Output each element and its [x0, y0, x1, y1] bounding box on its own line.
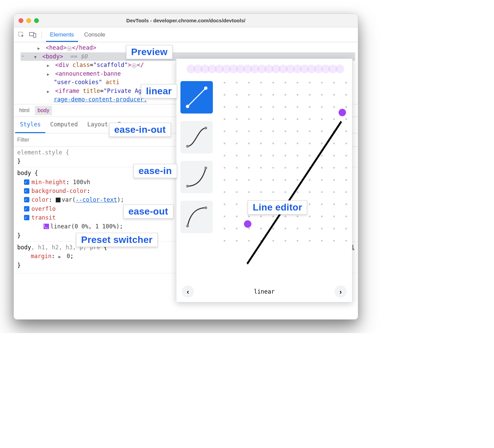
svg-rect-2	[33, 33, 36, 38]
checkbox-icon[interactable]	[24, 179, 29, 185]
checkbox-icon[interactable]	[24, 215, 29, 220]
easing-preset-list	[180, 78, 214, 281]
crumb-body[interactable]: body	[35, 106, 52, 115]
checkbox-icon[interactable]	[24, 206, 29, 211]
preview-animation	[187, 64, 342, 74]
svg-point-9	[204, 167, 207, 169]
svg-point-7	[204, 127, 207, 129]
chevron-right-icon: ›	[340, 288, 342, 296]
svg-point-6	[186, 145, 189, 148]
easing-editor-popover: ‹ linear ›	[176, 58, 352, 302]
collapse-icon[interactable]: ▼	[34, 54, 39, 60]
dom-node-head[interactable]: ▶ <head>⋯</head>	[21, 44, 355, 52]
callout-line-editor: Line editor	[248, 200, 307, 215]
preset-switcher: ‹ linear ›	[176, 284, 352, 302]
chevron-left-icon: ‹	[187, 288, 189, 296]
subtab-styles[interactable]: Styles	[15, 117, 45, 133]
tab-console[interactable]: Console	[80, 30, 109, 40]
ellipsis-icon[interactable]: ⋯	[131, 63, 137, 68]
checkbox-icon[interactable]	[24, 188, 29, 194]
devtools-toolbar: Elements Console	[14, 27, 358, 42]
preset-ease-in[interactable]	[180, 161, 213, 193]
current-preset-label: linear	[254, 288, 274, 295]
preset-ease-out[interactable]	[180, 201, 213, 233]
curve-handle-start[interactable]	[244, 220, 251, 228]
expand-icon[interactable]: ▶	[38, 45, 42, 51]
selected-indicator: == $0	[70, 53, 87, 60]
checkbox-icon[interactable]	[24, 197, 29, 202]
window-title: DevTools - developer.chrome.com/docs/dev…	[14, 18, 358, 23]
svg-point-8	[186, 185, 189, 188]
easing-curve-canvas[interactable]	[220, 78, 348, 281]
devtools-window: DevTools - developer.chrome.com/docs/dev…	[14, 14, 358, 320]
callout-ease-in-out: ease-in-out	[109, 123, 171, 137]
callout-preview: Preview	[126, 45, 173, 59]
svg-point-4	[186, 105, 189, 108]
easing-preview	[182, 61, 347, 76]
crumb-html[interactable]: html	[17, 106, 32, 115]
next-preset-button[interactable]: ›	[335, 285, 347, 298]
subtab-layout[interactable]: Layout	[82, 117, 113, 133]
callout-ease-in: ease-in	[133, 164, 177, 178]
tab-elements[interactable]: Elements	[46, 30, 78, 42]
device-toggle-icon[interactable]	[28, 30, 38, 40]
titlebar: DevTools - developer.chrome.com/docs/dev…	[14, 14, 358, 27]
callout-linear: linear	[141, 84, 177, 98]
svg-point-11	[204, 206, 207, 209]
inspect-icon[interactable]	[17, 30, 26, 40]
subtab-computed[interactable]: Computed	[45, 117, 82, 133]
preset-ease-in-out[interactable]	[180, 121, 213, 153]
easing-swatch-icon[interactable]	[44, 224, 49, 229]
ellipsis-icon[interactable]: ⋯	[67, 46, 72, 51]
more-icon[interactable]: ⋯	[21, 52, 24, 60]
svg-point-10	[186, 225, 189, 227]
expand-icon[interactable]: ▶	[47, 71, 52, 77]
expand-icon[interactable]: ▶	[47, 63, 52, 69]
preset-linear[interactable]	[180, 81, 213, 114]
separator	[42, 31, 42, 39]
callout-ease-out: ease-out	[123, 204, 173, 219]
main-area: ▶ <head>⋯</head> ⋯ ▼ <body> == $0 ▶ <div…	[14, 42, 358, 319]
color-swatch-icon[interactable]	[56, 198, 60, 202]
expand-icon[interactable]: ▶	[47, 89, 52, 95]
svg-point-5	[204, 86, 207, 90]
svg-line-3	[188, 88, 206, 106]
expand-icon[interactable]: ▶	[58, 254, 63, 260]
curve-handle-end[interactable]	[339, 109, 346, 116]
svg-line-12	[247, 122, 342, 264]
prev-preset-button[interactable]: ‹	[182, 285, 194, 298]
callout-preset-switcher: Preset switcher	[76, 233, 158, 247]
